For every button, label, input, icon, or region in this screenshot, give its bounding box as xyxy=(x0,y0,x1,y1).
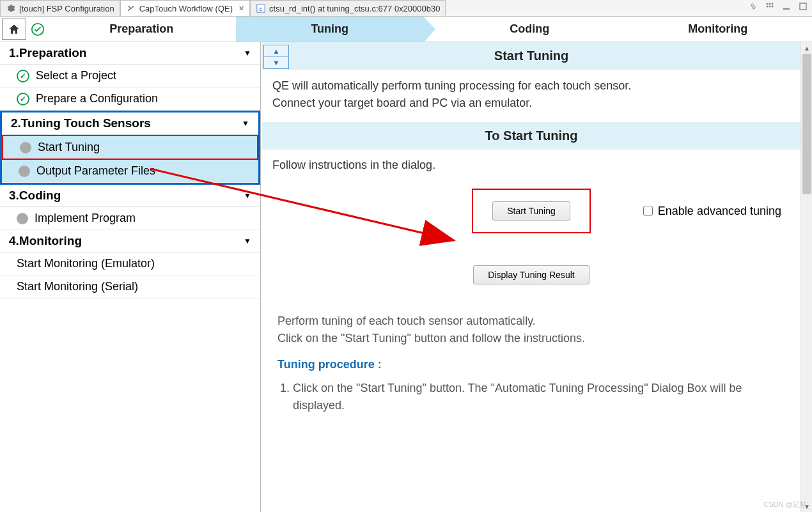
checkbox-label: Enable advanced tuning xyxy=(658,205,781,218)
workflow-stepper: Preparation Tuning Coding Monitoring xyxy=(0,17,812,42)
svg-point-7 xyxy=(772,6,774,8)
section-title: 2.Tuning Touch Sensors xyxy=(11,116,151,130)
content-area: 1.Preparation ▼ ✓ Select a Project ✓ Pre… xyxy=(0,42,812,512)
heading-to-start-tuning: To Start Tuning xyxy=(262,122,800,150)
footer-info: Perform tuning of each touch sensor auto… xyxy=(262,304,800,423)
wf-step-label: Tuning xyxy=(311,22,348,36)
section-title: 1.Preparation xyxy=(9,46,86,60)
sidebar-item-monitor-serial[interactable]: Start Monitoring (Serial) xyxy=(0,275,260,299)
section-preparation[interactable]: 1.Preparation ▼ xyxy=(0,42,260,65)
chevron-down-icon[interactable]: ▼ xyxy=(264,57,288,68)
svg-point-3 xyxy=(769,3,771,5)
footer-line: Click on the "Start Tuning" button and f… xyxy=(277,330,785,347)
main-panel: ▲ ▼ Start Tuning QE will automatically p… xyxy=(261,42,812,512)
wf-step-label: Coding xyxy=(510,22,549,36)
svg-rect-8 xyxy=(783,8,790,10)
tab-label: CapTouch Workflow (QE) xyxy=(139,4,233,13)
heading-start-tuning: Start Tuning xyxy=(262,42,800,70)
follow-instructions-text: Follow instructions in the dialog. xyxy=(262,150,800,189)
sidebar-item-label: Output Parameter Files xyxy=(36,164,155,178)
wf-step-tuning[interactable]: Tuning xyxy=(236,17,425,42)
chevron-down-icon: ▼ xyxy=(244,49,251,58)
wf-step-preparation[interactable]: Preparation xyxy=(47,17,236,42)
wf-step-monitoring[interactable]: Monitoring xyxy=(624,17,813,42)
sidebar-item-prepare-config[interactable]: ✓ Prepare a Configuration xyxy=(0,88,260,111)
wf-step-coding[interactable]: Coding xyxy=(435,17,624,42)
sidebar-item-label: Start Monitoring (Emulator) xyxy=(17,257,155,270)
sidebar-item-implement-program[interactable]: Implement Program xyxy=(0,207,260,230)
scroll-up-arrow[interactable]: ▲ xyxy=(801,42,812,54)
sidebar-item-output-params[interactable]: Output Parameter Files xyxy=(2,160,258,183)
sidebar-item-label: Implement Program xyxy=(35,212,136,225)
tuning-procedure-title: Tuning procedure : xyxy=(277,356,785,373)
start-tuning-highlight: Start Tuning xyxy=(472,189,591,233)
start-tuning-area: Start Tuning Enable advanced tuning xyxy=(262,189,800,233)
wf-step-label: Preparation xyxy=(109,22,173,36)
section-tuning-highlight: 2.Tuning Touch Sensors ▼ Start Tuning Ou… xyxy=(0,111,260,185)
section-title: 3.Coding xyxy=(9,189,61,203)
tab-fsp-configuration[interactable]: [touch] FSP Configuration xyxy=(0,0,120,16)
chevron-up-icon[interactable]: ▲ xyxy=(264,45,288,57)
sidebar-item-label: Start Monitoring (Serial) xyxy=(17,280,138,293)
tab-ctsu-source[interactable]: c ctsu_rd_int() at tuning_ctsu.c:677 0x2… xyxy=(250,0,446,16)
home-button[interactable] xyxy=(2,19,26,40)
tab-label: [touch] FSP Configuration xyxy=(19,4,114,13)
sidebar-item-monitor-emulator[interactable]: Start Monitoring (Emulator) xyxy=(0,252,260,275)
section-coding[interactable]: 3.Coding ▼ xyxy=(0,185,260,207)
svg-point-4 xyxy=(772,3,774,5)
collapse-toggle[interactable]: ▲ ▼ xyxy=(263,45,289,69)
check-icon: ✓ xyxy=(17,93,29,105)
sidebar: 1.Preparation ▼ ✓ Select a Project ✓ Pre… xyxy=(0,42,261,512)
watermark: CSDN @记帖 xyxy=(764,500,807,509)
dot-icon xyxy=(17,213,28,224)
close-icon[interactable]: ✕ xyxy=(238,4,244,13)
description-text: QE will automatically perform tuning pro… xyxy=(262,70,800,122)
tab-label: ctsu_rd_int() at tuning_ctsu.c:677 0x200… xyxy=(269,4,440,13)
dot-icon xyxy=(20,142,31,153)
vertical-scrollbar[interactable]: ▲ ▼ xyxy=(800,42,812,512)
footer-line: Perform tuning of each touch sensor auto… xyxy=(277,313,785,330)
procedure-step: Click on the "Start Tuning" button. The … xyxy=(293,380,785,414)
desc-line: Connect your target board and PC via an … xyxy=(272,95,790,112)
start-tuning-button[interactable]: Start Tuning xyxy=(492,201,570,221)
chevron-down-icon: ▼ xyxy=(242,119,249,128)
scroll-thumb[interactable] xyxy=(802,54,811,194)
section-tuning-sensors[interactable]: 2.Tuning Touch Sensors ▼ xyxy=(2,112,258,135)
editor-tab-bar: [touch] FSP Configuration CapTouch Workf… xyxy=(0,0,812,17)
svg-point-5 xyxy=(767,6,769,8)
sidebar-item-select-project[interactable]: ✓ Select a Project xyxy=(0,65,260,88)
view-menu-icon[interactable] xyxy=(765,1,775,12)
svg-text:c: c xyxy=(260,6,263,12)
c-file-icon: c xyxy=(256,3,266,13)
svg-rect-9 xyxy=(800,3,806,10)
section-title: 4.Monitoring xyxy=(9,234,82,248)
svg-point-2 xyxy=(767,3,769,5)
sidebar-item-start-tuning[interactable]: Start Tuning xyxy=(2,135,258,160)
sidebar-item-label: Select a Project xyxy=(36,69,116,82)
display-tuning-result-button[interactable]: Display Tuning Result xyxy=(473,265,589,284)
wf-step-label: Monitoring xyxy=(688,22,747,36)
tab-captouch-workflow[interactable]: CapTouch Workflow (QE) ✕ xyxy=(120,0,250,16)
maximize-icon[interactable] xyxy=(798,1,808,12)
chevron-down-icon: ▼ xyxy=(244,237,251,245)
check-icon: ✓ xyxy=(17,70,29,82)
workflow-icon xyxy=(126,3,136,13)
section-monitoring[interactable]: 4.Monitoring ▼ xyxy=(0,230,260,252)
display-result-area: Display Tuning Result xyxy=(262,233,800,304)
enable-advanced-checkbox[interactable] xyxy=(643,206,653,216)
gear-icon xyxy=(6,3,16,13)
chevron-down-icon: ▼ xyxy=(244,191,251,200)
desc-line: QE will automatically perform tuning pro… xyxy=(272,77,790,95)
enable-advanced-tuning[interactable]: Enable advanced tuning xyxy=(643,205,781,218)
window-controls xyxy=(748,1,808,12)
dot-icon xyxy=(19,166,30,177)
minimize-icon[interactable] xyxy=(781,1,792,12)
link-icon[interactable] xyxy=(748,1,758,12)
home-icon xyxy=(8,23,20,36)
step-complete-icon xyxy=(28,17,47,42)
svg-point-6 xyxy=(769,6,771,8)
sidebar-item-label: Start Tuning xyxy=(38,141,100,154)
sidebar-item-label: Prepare a Configuration xyxy=(36,92,158,105)
